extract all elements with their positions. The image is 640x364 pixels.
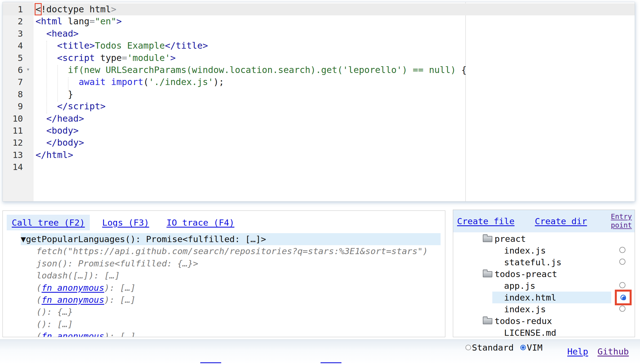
keybinding-radio-vim[interactable]	[520, 345, 526, 350]
entry-point-label-line2: point	[611, 221, 632, 230]
clear-io-trace-button[interactable]: Clear IO trace (F6)	[200, 342, 273, 364]
code-line-text: <script type='module'>	[3, 52, 635, 64]
keybinding-radio-standard[interactable]	[465, 345, 471, 350]
code-line[interactable]: 6▾ if(new URLSearchParams(window.locatio…	[3, 64, 635, 76]
dir-row[interactable]: preact	[453, 233, 635, 245]
line-number: 9	[3, 100, 23, 112]
fn-anonymous-link[interactable]: fn anonymous	[42, 295, 104, 305]
code-editor[interactable]: 1<!doctype html>2<html lang="en">3 <head…	[3, 2, 635, 202]
line-number: 5	[3, 52, 23, 64]
create-file-button[interactable]: Create file	[457, 216, 514, 226]
code-line[interactable]: 10 </head>	[3, 113, 635, 125]
bottom-panel-tabs: Call tree (F2) Logs (F3) IO trace (F4)	[3, 211, 445, 230]
fold-arrow-icon[interactable]: ▾	[26, 63, 30, 75]
file-name: stateful.js	[504, 256, 561, 268]
call-tree-panel: Call tree (F2) Logs (F3) IO trace (F4) ▼…	[3, 211, 445, 337]
line-number: 2	[3, 15, 23, 27]
line-number: 4	[3, 40, 23, 52]
code-line[interactable]: 12 </body>	[3, 137, 635, 149]
code-line-text: </body>	[3, 137, 635, 149]
current-file-path: docs/examples/todos- preact/index.html	[4, 342, 108, 364]
fn-anonymous-link[interactable]: fn anonymous	[42, 331, 104, 337]
status-bar: docs/examples/todos- preact/index.html C…	[0, 339, 640, 364]
code-line[interactable]: 5 <script type='module'>	[3, 52, 635, 64]
code-line-text: </head>	[3, 113, 635, 125]
file-name: index.js	[504, 303, 546, 315]
code-line-text: <!doctype html>	[3, 3, 635, 15]
github-link[interactable]: Github	[597, 346, 629, 356]
call-tree-node-selected[interactable]: ▼getPopularLanguages(): Promise<fulfille…	[21, 233, 441, 245]
line-number: 10	[3, 113, 23, 125]
code-line[interactable]: 7 await import('./index.js');	[3, 76, 635, 88]
call-tree-node[interactable]: (): {…}	[21, 306, 441, 318]
call-tree-node[interactable]: (fn anonymous): […]	[21, 282, 441, 294]
code-line[interactable]: 13</html>	[3, 149, 635, 161]
code-line-text: </script>	[3, 100, 635, 112]
code-line-text: await import('./index.js');	[3, 76, 635, 88]
call-tree-node[interactable]: (fn anonymous): […]	[21, 294, 441, 306]
call-tree-node[interactable]: (fn anonymous): […]	[21, 330, 441, 337]
file-row[interactable]: index.html	[453, 292, 635, 303]
call-tree-node[interactable]: json(): Promise<fulfilled: {…}>	[21, 257, 441, 270]
line-number: 12	[3, 137, 23, 149]
line-number: 13	[3, 149, 23, 161]
file-row[interactable]: stateful.js	[453, 256, 635, 268]
code-line[interactable]: 4 <title>Todos Example</title>	[3, 40, 635, 52]
code-line-text: <body>	[3, 125, 635, 137]
file-name: index.js	[504, 245, 546, 256]
entry-point-label-line1: Entry	[611, 212, 632, 221]
call-tree-node[interactable]: fetch("https://api.github.com/search/rep…	[21, 245, 441, 257]
file-tree: preactindex.jsstateful.jstodos-preactapp…	[453, 233, 635, 337]
code-line-text: <head>	[3, 28, 635, 40]
file-row[interactable]: index.js	[453, 303, 635, 315]
file-name: index.html	[504, 292, 556, 303]
tab-call-tree[interactable]: Call tree (F2)	[7, 215, 90, 230]
keybinding-label: Standard	[472, 342, 514, 353]
line-number: 8	[3, 88, 23, 100]
code-line[interactable]: 3 <head>	[3, 28, 635, 40]
folder-icon	[483, 236, 492, 242]
file-row[interactable]: LICENSE.md	[453, 327, 635, 337]
tab-io-trace[interactable]: IO trace (F4)	[161, 215, 239, 230]
call-tree-node[interactable]: lodash([…]): […]	[21, 270, 441, 282]
dir-name: todos-redux	[495, 315, 552, 327]
code-line-text: if(new URLSearchParams(window.location.s…	[3, 64, 635, 76]
entry-point-radio[interactable]	[619, 282, 625, 288]
code-line[interactable]: 9 </script>	[3, 100, 635, 112]
code-line-text: </html>	[3, 149, 635, 161]
fn-anonymous-link[interactable]: fn anonymous	[42, 283, 104, 293]
line-number: 1	[3, 3, 23, 15]
matching-bracket: <	[36, 4, 41, 15]
entry-point-radio[interactable]	[619, 306, 625, 312]
dir-row[interactable]: todos-preact	[453, 268, 635, 280]
help-link[interactable]: Help	[567, 346, 588, 356]
folder-icon	[483, 271, 492, 277]
line-number: 14	[3, 161, 23, 173]
entry-point-radio[interactable]	[619, 259, 625, 265]
entry-point-column-header[interactable]: Entry point	[611, 212, 632, 230]
entry-point-radio[interactable]	[620, 295, 626, 300]
file-manager-panel: Create file Create dir Entry point preac…	[453, 210, 635, 337]
tab-logs[interactable]: Logs (F3)	[97, 215, 154, 230]
code-line-text: }	[3, 88, 635, 100]
create-dir-button[interactable]: Create dir	[535, 216, 587, 226]
code-line[interactable]: 1<!doctype html>	[3, 3, 635, 15]
entry-point-radio[interactable]	[619, 247, 625, 253]
call-tree-node[interactable]: (): […]	[21, 318, 441, 330]
file-row[interactable]: index.js	[453, 245, 635, 256]
code-line[interactable]: 2<html lang="en">	[3, 15, 635, 27]
dir-name: preact	[495, 233, 526, 245]
file-name: LICENSE.md	[504, 327, 556, 337]
dir-row[interactable]: todos-redux	[453, 315, 635, 327]
line-number: 11	[3, 125, 23, 137]
entry-point-marker	[615, 290, 632, 305]
code-line-text: <html lang="en">	[3, 15, 635, 27]
keybinding-label: VIM	[527, 342, 542, 353]
code-line[interactable]: 8 }	[3, 88, 635, 100]
reopen-run-window-button[interactable]: (Re)open run window (F7)	[321, 342, 420, 364]
code-line[interactable]: 11 <body>	[3, 125, 635, 137]
file-manager-header: Create file Create dir Entry point	[453, 210, 635, 232]
code-line[interactable]: 14	[3, 161, 635, 173]
code-lines: 1<!doctype html>2<html lang="en">3 <head…	[3, 3, 635, 173]
file-row[interactable]: app.js	[453, 280, 635, 292]
